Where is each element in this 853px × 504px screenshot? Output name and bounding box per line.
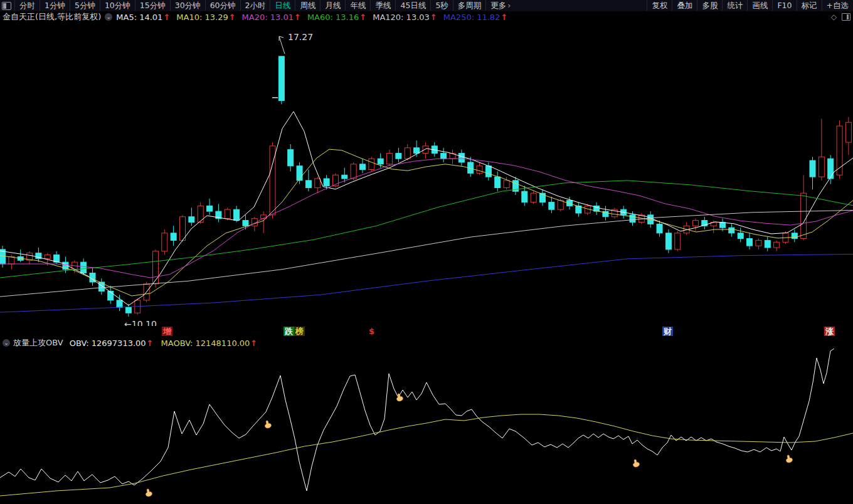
period-menu-items: 分时1分钟5分钟10分钟15分钟30分钟60分钟2小时日线周线月线年线季线45日… [14,1,515,11]
menu-item-叠加[interactable]: 叠加 [672,0,697,11]
obv-line [0,349,834,491]
ma-readout-MA10: MA10: 13.29↑ [176,13,235,22]
menu-item-F10[interactable]: F10 [772,0,796,11]
info-ticker-strip: 增跌榜$财涨 [0,326,853,337]
menu-item-15分钟[interactable]: 15分钟 [135,0,170,11]
ma-value-list: MA5: 14.01↑MA10: 13.29↑MA20: 13.01↑MA60:… [116,13,514,22]
menu-item-标记[interactable]: 标记 [797,0,822,11]
menu-item-更多[interactable]: 更多› [485,0,515,11]
ma-readout-MA60: MA60: 13.16↑ [307,13,366,22]
indicator-name: 放量上攻OBV [13,337,63,349]
menu-item-多周期[interactable]: 多周期 [453,0,486,11]
up-arrow-icon: ↑ [229,13,236,22]
menu-item-季线[interactable]: 季线 [370,0,395,11]
up-arrow-icon: ↑ [501,13,507,22]
stock-info-bar: 金自天正(日线,等比前复权) ⌄ MA5: 14.01↑MA10: 13.29↑… [0,11,853,23]
menu-item-分时[interactable]: 分时 [14,0,40,11]
ticker-badge[interactable]: 跌 [283,327,294,336]
hand-signal-icon [785,454,793,463]
menu-item-多股[interactable]: 多股 [697,0,722,11]
titlebar-corner-icons: ◇ [831,13,850,21]
menu-item-5秒[interactable]: 5秒 [430,0,452,11]
candlestick-chart[interactable]: 17.27←10.10 [0,23,853,326]
collapse-chevron-icon[interactable]: ⌄ [105,13,112,21]
chevron-right-icon: › [507,1,511,10]
ticker-badge[interactable]: 财 [662,327,673,336]
hand-signal-icon [632,459,640,468]
period-menubar: 分时1分钟5分钟10分钟15分钟30分钟60分钟2小时日线周线月线年线季线45日… [0,0,853,11]
menu-item-45日线[interactable]: 45日线 [395,0,430,11]
collapse-chevron-icon[interactable]: ⌄ [3,339,10,347]
ticker-badge[interactable]: 涨 [824,327,835,336]
ma-readout-MA20: MA20: 13.01↑ [242,13,301,22]
diamond-icon[interactable]: ◇ [831,13,837,21]
maobv-value-label: MAOBV: 12148110.00 [161,339,250,348]
up-arrow-icon: ↑ [294,13,301,22]
menu-item-60分钟[interactable]: 60分钟 [205,0,240,11]
menu-item-月线[interactable]: 月线 [320,0,345,11]
maobv-up-arrow: ↑ [250,339,257,348]
low-price-annotation: ←10.10 [124,319,157,326]
menu-item-1分钟[interactable]: 1分钟 [40,0,70,11]
ma-readout-MA250: MA250: 11.82↑ [443,13,508,22]
menu-item-10分钟[interactable]: 10分钟 [100,0,135,11]
ticker-badge[interactable]: 增 [162,327,172,336]
ma-readout-MA5: MA5: 14.01↑ [116,13,170,22]
ticker-badge[interactable]: 榜 [294,327,305,336]
high-price-annotation: 17.27 [288,32,313,42]
tool-menu-items: 复权叠加多股统计画线F10标记+自选 [647,1,853,11]
ticker-badge[interactable]: $ [368,327,376,336]
obv-value-label: OBV: 12697313.00 [70,339,146,348]
menu-item-+自选[interactable]: +自选 [822,0,853,11]
hand-signal-icon [264,420,272,429]
up-arrow-icon: ↑ [430,13,437,22]
menu-item-年线[interactable]: 年线 [345,0,370,11]
panes-icon[interactable] [842,13,850,21]
obv-indicator-header: ⌄ 放量上攻OBV OBV: 12697313.00 ↑ MAOBV: 1214… [0,337,853,349]
menu-item-统计[interactable]: 统计 [722,0,747,11]
up-arrow-icon: ↑ [359,13,366,22]
menu-item-日线[interactable]: 日线 [270,0,295,11]
hand-signal-icon [145,488,152,497]
menu-item-2小时[interactable]: 2小时 [240,0,270,11]
panel-toggle-icon[interactable] [2,2,11,10]
menu-item-周线[interactable]: 周线 [295,0,320,11]
menu-item-复权[interactable]: 复权 [647,0,672,11]
ma-readout-MA120: MA120: 13.03↑ [373,13,437,22]
menu-item-30分钟[interactable]: 30分钟 [170,0,205,11]
up-arrow-icon: ↑ [163,13,170,22]
maobv-line [0,414,853,496]
menu-item-5分钟[interactable]: 5分钟 [70,0,100,11]
obv-line-chart[interactable] [0,349,853,504]
trading-app-window: 分时1分钟5分钟10分钟15分钟30分钟60分钟2小时日线周线月线年线季线45日… [0,0,853,504]
stock-title: 金自天正(日线,等比前复权) [3,11,101,23]
menu-item-画线[interactable]: 画线 [747,0,772,11]
obv-up-arrow: ↑ [147,339,154,348]
